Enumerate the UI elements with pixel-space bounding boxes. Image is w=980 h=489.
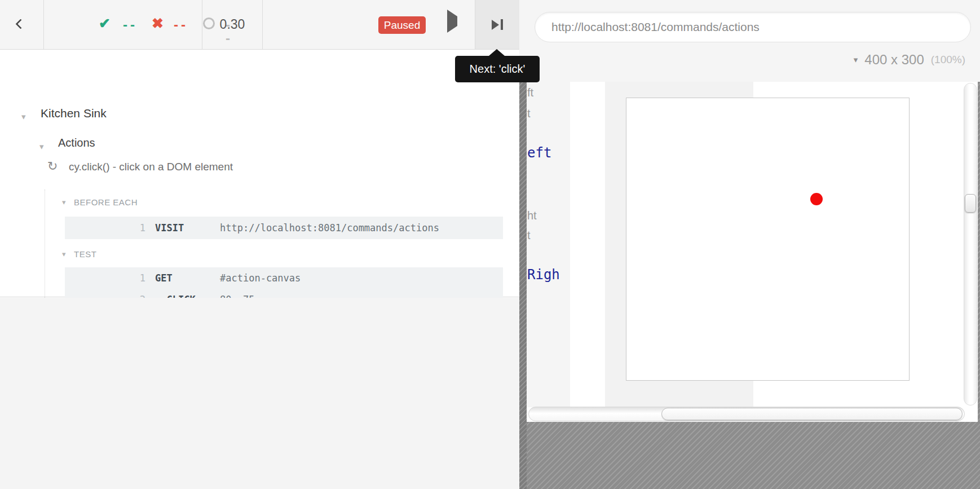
test-section-collapse-icon[interactable]: ▾ [62,250,66,258]
passed-icon: ✔ [99,15,111,32]
spec-collapse-icon[interactable]: ▾ [21,112,26,121]
aut-code-fragment: Righ [527,267,560,283]
next-tooltip: Next: 'click' [455,56,540,82]
aut-text-fragment: t [527,229,531,242]
viewport-scale: (100%) [931,54,965,66]
viewport-size: 400 x 300 [864,52,924,68]
chevron-down-icon: ▾ [854,55,858,65]
horizontal-scrollbar-thumb[interactable] [661,408,963,420]
url-address-bar[interactable]: http://localhost:8081/commands/actions [535,12,971,42]
step-forward-icon [492,20,499,30]
failed-count: -- [173,18,187,32]
aut-text-fragment: ft [527,86,533,99]
passed-count: -- [122,18,136,32]
command-number: 1 [135,217,145,239]
tooltip-arrow [489,49,505,56]
command-row-visit[interactable]: 1 VISIT http://localhost:8081/commands/a… [65,217,503,239]
rerun-test-icon[interactable]: ↻ [47,160,58,173]
click-dot [810,193,823,205]
spec-title[interactable]: Kitchen Sink [41,107,107,120]
horizontal-scrollbar [528,407,965,421]
aut-header: http://localhost:8081/commands/actions ▾… [519,0,980,82]
cypress-test-runner: ✔ -- ✖ -- -- 0.30 Paused ▾ Kitchen Sink … [0,0,980,489]
paused-badge: Paused [378,16,426,34]
application-under-test: ft t eft ht t Righ [527,82,978,422]
suite-title[interactable]: Actions [58,136,95,149]
back-button[interactable] [0,0,43,49]
command-log-empty-area [0,298,519,489]
toolbar: ✔ -- ✖ -- -- 0.30 Paused [0,0,519,50]
command-number: 1 [135,267,145,289]
command-name: VISIT [155,217,184,239]
panel-resizer[interactable] [519,82,527,489]
vertical-scrollbar [964,83,977,406]
play-icon [447,10,457,33]
test-timer: 0.30 [202,0,262,49]
before-each-collapse-icon[interactable]: ▾ [62,199,66,206]
command-log-panel: ▾ Kitchen Sink ▾ Actions ↻ cy.click() - … [0,50,519,297]
test-stats: ✔ -- ✖ -- -- [43,0,202,49]
suite-collapse-icon[interactable]: ▾ [39,142,44,151]
viewport-selector[interactable]: ▾ 400 x 300 (100%) [854,52,965,68]
back-chevron-icon [15,19,25,29]
next-step-button[interactable] [475,0,519,49]
command-message: #action-canvas [220,267,301,289]
test-section-label[interactable]: TEST [74,249,96,259]
aut-text-fragment: t [527,107,531,120]
vertical-scrollbar-thumb[interactable] [965,194,976,213]
resume-button[interactable] [447,16,461,30]
test-title[interactable]: cy.click() - click on a DOM element [69,161,233,173]
before-each-label[interactable]: BEFORE EACH [74,197,138,207]
action-canvas[interactable] [626,98,910,381]
aut-code-fragment: eft [527,145,551,161]
tooltip-text: Next: 'click' [470,63,526,75]
run-controls: Paused [262,0,475,49]
command-row-get[interactable]: 1 GET #action-canvas [65,267,503,289]
aut-page-column-left [527,82,570,407]
step-forward-bar-icon [501,19,503,30]
command-message: http://localhost:8081/commands/actions [220,217,439,239]
failed-icon: ✖ [152,15,164,32]
aut-text-fragment: ht [527,209,537,222]
command-name: GET [155,267,173,289]
